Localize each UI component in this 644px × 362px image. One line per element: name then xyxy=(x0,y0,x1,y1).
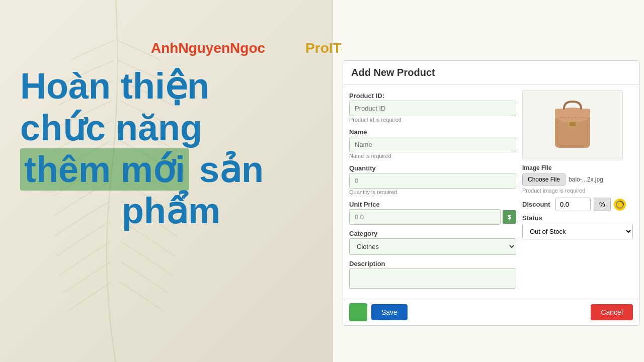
svg-rect-4 xyxy=(570,122,576,126)
unit-price-input[interactable] xyxy=(349,209,501,225)
name-error: Name is required xyxy=(349,152,516,159)
form-container: Add New Product Product ID: Product id i… xyxy=(343,60,639,326)
file-name: balo-...2x.jpg xyxy=(569,176,603,183)
quantity-input[interactable] xyxy=(349,173,516,189)
product-id-input[interactable] xyxy=(349,101,516,116)
dollar-symbol: $ xyxy=(503,210,516,224)
status-label: Status xyxy=(522,214,633,222)
description-group: Description xyxy=(349,258,516,291)
file-input-row: Choose File balo-...2x.jpg xyxy=(522,173,633,186)
highlight-text: thêm mới xyxy=(20,148,189,191)
author-pro: ProIT4All xyxy=(305,40,342,56)
spinner-svg xyxy=(615,200,624,209)
choose-file-button[interactable]: Choose File xyxy=(522,173,566,186)
product-image-area xyxy=(522,90,623,160)
quantity-label: Quantity xyxy=(349,162,516,173)
author-line: AnhNguyenNgoc ProIT4All xyxy=(151,40,342,56)
form-left: Product ID: Product id is required Name … xyxy=(349,90,516,294)
quantity-group: Quantity Quantity is required xyxy=(349,162,516,196)
cancel-button[interactable]: Cancel xyxy=(591,304,633,320)
category-label: Category xyxy=(349,228,516,238)
category-group: Category Clothes Electronics Accessories xyxy=(349,228,516,255)
left-panel: AnhNguyenNgoc ProIT4All Hoàn thiện chức … xyxy=(0,0,342,362)
name-label: Name xyxy=(349,126,516,137)
right-panel: Add New Product Product ID: Product id i… xyxy=(332,0,644,362)
svg-rect-2 xyxy=(555,109,590,116)
form-right: Image File Choose File balo-...2x.jpg Pr… xyxy=(522,90,633,294)
viet-line4: phẩm xyxy=(20,190,322,232)
viet-line1: Hoàn thiện xyxy=(20,65,322,107)
form-bottom: Save Cancel xyxy=(343,299,639,325)
viet-line3: thêm mới sản xyxy=(20,149,322,191)
quantity-error: Quantity is required xyxy=(349,189,516,196)
green-icon-button[interactable] xyxy=(349,303,367,321)
discount-row: Discount % xyxy=(522,198,633,211)
spinner-icon xyxy=(614,199,626,211)
description-label: Description xyxy=(349,258,516,268)
product-id-error: Product id is required xyxy=(349,116,516,123)
unit-price-group: Unit Price $ xyxy=(349,199,516,225)
name-input[interactable] xyxy=(349,137,516,152)
product-id-label: Product ID: xyxy=(349,90,516,101)
viet-san: sản xyxy=(199,149,264,190)
unit-price-row: $ xyxy=(349,209,516,225)
save-button[interactable]: Save xyxy=(371,304,408,320)
image-file-label: Image File xyxy=(522,164,633,171)
description-textarea[interactable] xyxy=(349,268,516,289)
form-body: Product ID: Product id is required Name … xyxy=(343,85,639,299)
image-required-error: Product image is required xyxy=(522,188,633,194)
status-select[interactable]: Out of Stock In Stock xyxy=(522,224,633,239)
product-image-svg xyxy=(550,98,595,153)
unit-price-label: Unit Price xyxy=(349,199,516,209)
viet-text: Hoàn thiện chức năng thêm mới sản phẩm xyxy=(20,65,322,232)
author-anh: AnhNguyenNgoc xyxy=(151,40,265,56)
category-select[interactable]: Clothes Electronics Accessories xyxy=(349,238,516,255)
discount-input[interactable] xyxy=(555,198,591,211)
percent-button[interactable]: % xyxy=(594,198,611,211)
viet-line2: chức năng xyxy=(20,107,322,149)
name-group: Name Name is required xyxy=(349,126,516,159)
product-id-group: Product ID: Product id is required xyxy=(349,90,516,123)
form-title: Add New Product xyxy=(343,61,639,85)
discount-label: Discount xyxy=(522,201,552,208)
